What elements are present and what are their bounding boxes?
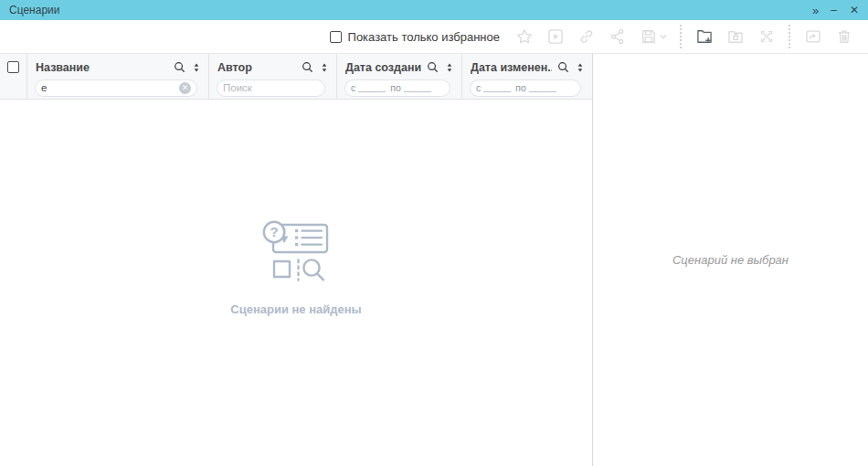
export-icon [804, 27, 822, 46]
date-from-input[interactable] [483, 84, 511, 92]
column-author-search-button[interactable] [301, 60, 314, 74]
save-icon [640, 27, 658, 46]
move-arrows-icon [757, 27, 776, 46]
search-icon [426, 60, 439, 74]
date-to-label: по [515, 82, 526, 93]
close-button[interactable]: ✕ [850, 5, 859, 16]
search-icon [556, 60, 570, 74]
column-modified-label: Дата изменен... [471, 61, 552, 74]
column-modified-search-button[interactable] [556, 60, 570, 74]
share-button[interactable] [608, 27, 627, 47]
chevron-down-icon [660, 33, 667, 40]
column-modified: Дата изменен... с по [462, 54, 592, 99]
window-controls: » – ✕ [812, 5, 859, 16]
scenarios-list-pane: Название ✕ [0, 54, 593, 466]
scenario-detail-pane: Сценарий не выбран [593, 54, 868, 466]
save-button[interactable] [639, 27, 658, 47]
name-filter-input[interactable] [41, 82, 179, 93]
no-results-illustration-icon: ? [249, 219, 344, 291]
column-name: Название ✕ [27, 54, 209, 99]
created-date-range-field[interactable]: с по [344, 79, 450, 97]
column-author-label: Автор [217, 61, 296, 74]
column-name-label: Название [36, 61, 168, 74]
toolbar: Показать только избранное [0, 20, 868, 53]
sort-icon [319, 61, 330, 74]
column-name-sort-button[interactable] [191, 61, 202, 74]
star-icon [515, 27, 534, 46]
favorites-only-toggle[interactable]: Показать только избранное [330, 30, 500, 44]
column-author: Автор [209, 54, 337, 99]
titlebar: Сценарии » – ✕ [0, 0, 868, 20]
link-icon [577, 27, 596, 46]
search-icon [301, 60, 314, 74]
date-to-input[interactable] [529, 84, 556, 92]
date-from-label: с [476, 82, 481, 93]
minimize-button[interactable]: – [831, 5, 837, 16]
select-all-column [0, 54, 27, 99]
empty-list-message: Сценарии не найдены [230, 302, 361, 316]
date-to-label: по [390, 82, 401, 93]
folder-lock-icon [726, 27, 745, 46]
author-filter-field [217, 79, 325, 97]
favorites-only-label: Показать только избранное [348, 30, 500, 44]
play-icon [546, 27, 565, 46]
column-author-sort-button[interactable] [319, 61, 330, 74]
export-button[interactable] [803, 27, 822, 47]
empty-state: ? Сценарии не найдены [230, 219, 361, 316]
search-icon [173, 60, 186, 74]
column-name-search-button[interactable] [173, 60, 186, 74]
save-button-group [639, 27, 667, 47]
window-title: Сценарии [9, 4, 59, 16]
sort-icon [444, 61, 455, 74]
toolbar-separator [680, 25, 682, 48]
question-mark-glyph: ? [270, 224, 278, 239]
favorites-checkbox-icon[interactable] [330, 31, 342, 43]
select-all-checkbox[interactable] [7, 61, 19, 73]
column-created: Дата создания с по [337, 54, 462, 99]
run-scenario-button[interactable] [545, 27, 565, 47]
date-from-input[interactable] [358, 84, 386, 92]
clear-filter-icon[interactable]: ✕ [179, 82, 191, 94]
date-to-input[interactable] [404, 84, 431, 92]
copy-link-button[interactable] [577, 27, 596, 47]
no-selection-message: Сценарий не выбран [672, 253, 789, 267]
app-window: Сценарии » – ✕ Показать только избранное [0, 0, 868, 466]
sort-icon [191, 61, 202, 74]
column-created-sort-button[interactable] [444, 61, 455, 74]
scenarios-list-body: ? Сценарии не найдены [0, 100, 592, 466]
column-created-label: Дата создания [345, 61, 421, 74]
delete-button[interactable] [834, 27, 853, 47]
folder-plus-icon [695, 27, 714, 46]
column-created-search-button[interactable] [426, 60, 439, 74]
date-from-label: с [351, 82, 355, 93]
modified-date-range-field[interactable]: с по [470, 79, 581, 97]
author-filter-input[interactable] [223, 82, 319, 93]
folder-access-button[interactable] [725, 27, 745, 47]
create-folder-button[interactable] [694, 27, 714, 47]
main-area: Название ✕ [0, 53, 868, 466]
column-modified-sort-button[interactable] [575, 61, 586, 74]
move-button[interactable] [757, 27, 776, 47]
table-header: Название ✕ [0, 54, 592, 100]
save-dropdown-button[interactable] [660, 27, 667, 44]
favorite-star-button[interactable] [514, 27, 534, 47]
share-icon [609, 27, 627, 46]
toolbar-separator [789, 25, 790, 48]
sort-icon [575, 61, 586, 74]
trash-icon [835, 27, 853, 46]
name-filter-field: ✕ [35, 79, 197, 97]
overflow-button[interactable]: » [812, 5, 818, 16]
